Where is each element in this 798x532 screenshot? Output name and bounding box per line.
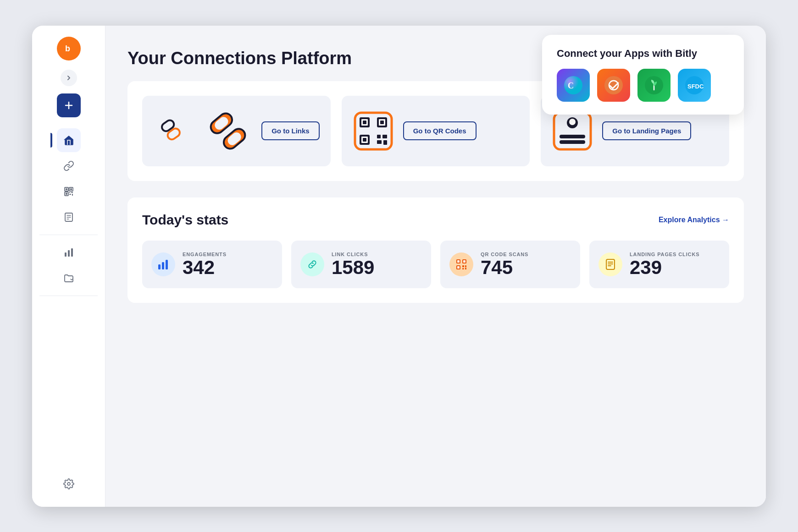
engagements-label: ENGAGEMENTS	[183, 252, 227, 257]
create-button[interactable]	[57, 93, 81, 117]
stats-grid: ENGAGEMENTS 342 LINK CLICKS 1589	[142, 241, 729, 288]
go-to-qr-button[interactable]: Go to QR Codes	[403, 121, 477, 140]
svg-rect-65	[465, 268, 466, 269]
links-card-icon	[153, 110, 194, 152]
svg-rect-44	[377, 135, 381, 138]
svg-point-50	[569, 119, 576, 125]
svg-rect-46	[377, 140, 382, 144]
go-to-links-button[interactable]: Go to Links	[261, 121, 320, 140]
svg-point-19	[67, 483, 70, 485]
app-wrapper: b	[32, 26, 766, 507]
app-icon-check[interactable]	[597, 69, 630, 102]
stat-card-landing-clicks: LANDING PAGES CLICKS 239	[589, 241, 729, 288]
landing-card-icon	[552, 110, 593, 152]
sidebar-item-home[interactable]	[57, 128, 81, 152]
svg-rect-47	[383, 140, 387, 145]
bitly-logo[interactable]: b	[57, 37, 81, 60]
engagements-info: ENGAGEMENTS 342	[183, 252, 227, 277]
feature-card-qr: Go to QR Codes	[342, 96, 530, 166]
svg-rect-57	[457, 260, 460, 263]
sidebar-collapse-button[interactable]	[61, 70, 77, 86]
svg-rect-53	[158, 264, 161, 269]
landing-clicks-icon	[598, 252, 622, 276]
sidebar-item-links[interactable]	[57, 154, 81, 178]
sidebar-item-settings[interactable]	[57, 472, 81, 496]
svg-rect-37	[363, 121, 366, 124]
svg-point-22	[604, 76, 623, 94]
engagements-value: 342	[183, 258, 227, 277]
svg-rect-66	[606, 259, 615, 269]
svg-rect-7	[66, 193, 67, 195]
explore-analytics-link[interactable]: Explore Analytics →	[659, 216, 729, 224]
sidebar: b	[32, 26, 105, 507]
svg-rect-5	[70, 188, 72, 190]
svg-rect-18	[71, 248, 73, 257]
svg-rect-63	[465, 265, 466, 267]
stat-card-qr-scans: QR CODE SCANS 745	[440, 241, 580, 288]
qr-scans-icon	[449, 252, 473, 276]
links-icon	[208, 111, 248, 151]
svg-rect-9	[71, 192, 73, 193]
svg-rect-59	[463, 260, 466, 263]
svg-rect-11	[72, 194, 73, 196]
sidebar-item-qr[interactable]	[57, 180, 81, 203]
svg-rect-8	[69, 192, 70, 193]
sidebar-nav	[32, 128, 105, 300]
stat-card-link-clicks: LINK CLICKS 1589	[291, 241, 431, 288]
svg-rect-64	[462, 268, 464, 269]
qr-scans-label: QR CODE SCANS	[481, 252, 528, 257]
svg-text:C: C	[568, 81, 574, 90]
link-clicks-value: 1589	[332, 258, 374, 277]
svg-rect-17	[68, 250, 70, 257]
go-to-landing-pages-button[interactable]: Go to Landing Pages	[602, 121, 691, 140]
landing-clicks-label: LANDING PAGES CLICKS	[630, 252, 699, 257]
connect-apps-icons: C	[557, 69, 729, 102]
svg-rect-61	[457, 266, 460, 269]
qr-scans-info: QR CODE SCANS 745	[481, 252, 528, 277]
sidebar-divider	[39, 235, 98, 235]
app-icon-sprout[interactable]	[637, 69, 671, 102]
feature-card-links: Go to Links	[142, 96, 331, 166]
sidebar-item-folders[interactable]	[57, 266, 81, 290]
svg-rect-54	[162, 262, 164, 269]
app-icon-salesforce[interactable]: SFDC	[678, 69, 711, 102]
qr-icon	[353, 111, 393, 151]
link-clicks-info: LINK CLICKS 1589	[332, 252, 374, 277]
svg-text:SFDC: SFDC	[687, 83, 704, 90]
connect-apps-popup: Connect your Apps with Bitly C	[542, 35, 744, 115]
svg-rect-40	[380, 121, 384, 124]
svg-text:b: b	[65, 44, 70, 53]
link-clicks-icon	[300, 252, 324, 276]
stat-card-engagements: ENGAGEMENTS 342	[142, 241, 282, 288]
sidebar-item-landing-pages[interactable]	[57, 205, 81, 229]
svg-rect-51	[560, 135, 585, 138]
svg-rect-3	[66, 188, 67, 190]
link-clicks-label: LINK CLICKS	[332, 252, 374, 257]
landing-clicks-value: 239	[630, 258, 699, 277]
svg-rect-10	[69, 194, 71, 195]
qr-scans-value: 745	[481, 258, 528, 277]
svg-rect-43	[363, 138, 366, 142]
landing-pages-icon	[552, 111, 593, 151]
connect-apps-title: Connect your Apps with Bitly	[557, 48, 729, 60]
sidebar-item-analytics[interactable]	[57, 241, 81, 264]
svg-rect-55	[166, 260, 168, 269]
engagements-icon	[151, 252, 175, 276]
sidebar-divider-2	[39, 296, 98, 296]
svg-rect-62	[462, 265, 464, 267]
stats-section: Today's stats Explore Analytics → ENGAGE…	[127, 197, 744, 303]
svg-rect-27	[155, 113, 192, 149]
stats-header: Today's stats Explore Analytics →	[142, 212, 729, 228]
svg-rect-45	[382, 135, 387, 138]
app-icon-canva[interactable]: C	[557, 69, 590, 102]
qr-card-icon	[353, 110, 394, 152]
stats-title: Today's stats	[142, 212, 228, 228]
landing-clicks-info: LANDING PAGES CLICKS 239	[630, 252, 699, 277]
main-content: Connect your Apps with Bitly C	[105, 26, 766, 507]
svg-rect-16	[65, 252, 66, 257]
sidebar-bottom	[57, 472, 81, 496]
svg-rect-52	[560, 140, 585, 144]
